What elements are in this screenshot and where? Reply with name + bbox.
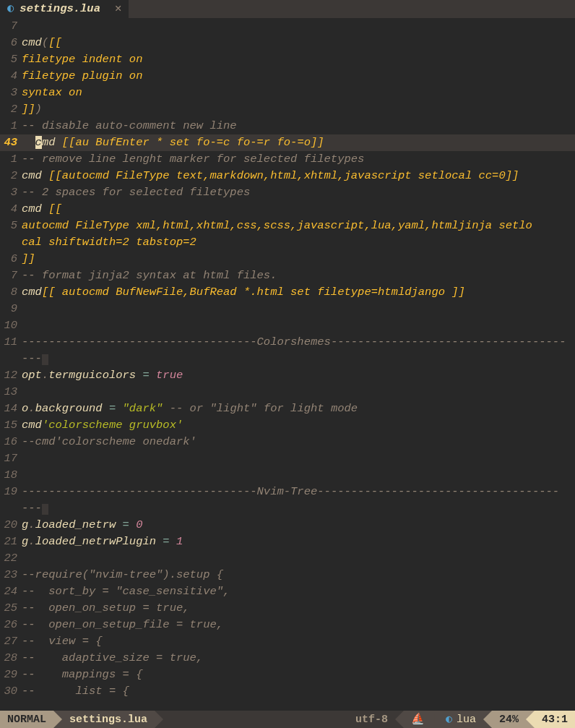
code-line: -- remove line lenght marker for selecte… [22,151,575,168]
separator-icon [155,711,163,728]
code-line: --- [22,351,575,367]
line-number: 19 [0,484,22,500]
code-line: cmd [[au BufEnter * set fo-=c fo-=r fo-=… [22,134,575,151]
current-line-number: 43 [0,134,22,151]
separator-icon [53,711,62,728]
line-number: 4 [0,201,22,218]
trailing-block [42,504,48,515]
tab-close-icon[interactable]: ✕ [115,1,121,17]
code-line: autocmd FileType xml,html,xhtml,css,scss… [22,218,575,234]
code-line: -- open_on_setup = true, [22,600,575,617]
line-number: 5 [0,218,22,234]
line-number: 26 [0,617,22,633]
code-line: -- sort_by = "case_sensitive", [22,583,575,600]
code-line: filetype plugin on [22,68,575,85]
code-line: -- list = { [22,683,575,700]
line-number: 9 [0,301,22,317]
code-line: filetype indent on [22,51,575,68]
lua-file-icon: ◐ [446,711,452,728]
line-number: 25 [0,600,22,617]
tabline: ◐ settings.lua ✕ [0,0,575,18]
line-number: 2 [0,168,22,184]
separator-icon [526,711,535,728]
line-number: 18 [0,467,22,484]
code-line: ]]) [22,101,575,118]
code-line: cmd[[ autocmd BufNewFile,BufRead *.html … [22,284,575,301]
editor-viewport[interactable]: 7 6cmd([[ 5filetype indent on 4filetype … [0,18,575,711]
code-line: opt.termguicolors = true [22,367,575,384]
code-line: cmd [[ [22,201,575,218]
line-number: 3 [0,184,22,201]
code-line: g.loaded_netrwPlugin = 1 [22,534,575,550]
code-line: cmd [[autocmd FileType text,markdown,htm… [22,168,575,184]
tab-title: settings.lua [20,1,100,17]
cursor-line: 43 cmd [[au BufEnter * set fo-=c fo-=r f… [0,134,575,151]
line-number: 13 [0,384,22,401]
line-number: 15 [0,417,22,434]
filetype-label: lua [457,711,476,728]
trailing-block [42,354,48,366]
code-line: -- adaptive_size = true, [22,650,575,667]
code-line: ]] [22,251,575,267]
line-number: 20 [0,517,22,534]
line-number: 7 [0,18,22,35]
cursor: c [35,136,42,149]
line-number: 3 [0,85,22,101]
file-segment: settings.lua [62,711,155,728]
line-number: 1 [0,118,22,134]
line-number: 28 [0,650,22,667]
line-number: 6 [0,251,22,267]
line-number: 17 [0,450,22,467]
mode-segment: NORMAL [0,711,53,728]
separator-icon [395,711,404,728]
line-number: 16 [0,434,22,450]
code-line: cmd([[ [22,35,575,51]
line-number: 30 [0,683,22,700]
line-number: 27 [0,633,22,650]
line-number: 14 [0,401,22,417]
code-line: -- mappings = { [22,667,575,683]
line-number: 23 [0,567,22,583]
code-line: o.background = "dark" -- or "light" for … [22,401,575,417]
code-line: --cmd'colorscheme onedark' [22,434,575,450]
section-divider: -----------------------------------Color… [22,334,575,351]
code-line: --require("nvim-tree").setup { [22,567,575,583]
separator-icon [483,711,492,728]
line-number: 6 [0,35,22,51]
line-number: 22 [0,550,22,567]
filetype-segment: ⛵ | ◐ lua [404,711,483,728]
line-number: 29 [0,667,22,683]
line-number: 7 [0,267,22,284]
line-number: 1 [0,151,22,168]
code-line: -- 2 spaces for selected filetypes [22,184,575,201]
line-number: 12 [0,367,22,384]
line-number: 8 [0,284,22,301]
code-line: -- format jinja2 syntax at html files. [22,267,575,284]
code-line: --- [22,500,575,517]
line-number: 5 [0,51,22,68]
statusline: NORMAL settings.lua utf-8 ⛵ | ◐ lua 24% … [0,711,575,728]
separator-icon: | [429,711,441,728]
code-line: -- disable auto-comment new line [22,118,575,134]
lua-file-icon: ◐ [7,1,14,17]
code-line: syntax on [22,85,575,101]
code-line: -- view = { [22,633,575,650]
section-divider: -----------------------------------Nvim-… [22,484,575,500]
percent-segment: 24% [492,711,526,728]
line-number: 2 [0,101,22,118]
code-line: -- open_on_setup_file = true, [22,617,575,633]
code-line: g.loaded_netrw = 0 [22,517,575,534]
line-number: 10 [0,317,22,334]
line-number: 4 [0,68,22,85]
code-line: cmd'colorscheme gruvbox' [22,417,575,434]
position-segment: 43:1 [535,711,575,728]
os-icon: ⛵ [411,711,425,728]
line-number: 11 [0,334,22,351]
encoding-segment: utf-8 [348,711,395,728]
code-line: cal shiftwidth=2 tabstop=2 [22,234,575,251]
line-number: 24 [0,583,22,600]
line-number: 21 [0,534,22,550]
tab-settings-lua[interactable]: ◐ settings.lua ✕ [0,0,129,18]
